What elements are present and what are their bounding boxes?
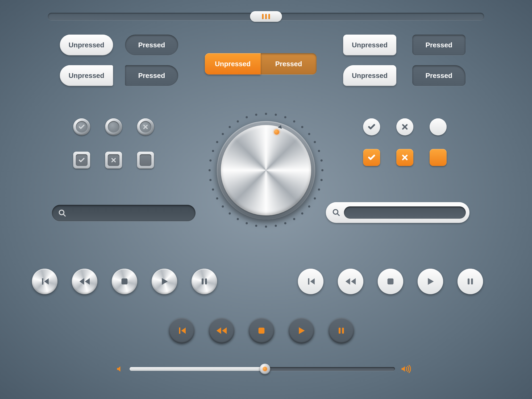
search-icon xyxy=(332,209,340,217)
halfpill-button-pressed[interactable]: Pressed xyxy=(125,65,178,86)
grip-bar-icon xyxy=(265,14,267,19)
check-icon xyxy=(78,123,85,130)
toggle-label: Unpressed xyxy=(215,60,251,68)
button-label: Pressed xyxy=(425,72,452,80)
rectcut-button-pressed[interactable]: Pressed xyxy=(412,65,466,86)
knob-face[interactable] xyxy=(221,125,311,215)
rewind-button[interactable] xyxy=(209,318,234,343)
top-slider-track[interactable] xyxy=(48,13,484,20)
pause-button[interactable] xyxy=(192,269,217,294)
pill-button-unpressed[interactable]: Unpressed xyxy=(60,35,113,55)
button-label: Unpressed xyxy=(69,41,104,49)
toggle-seg-unpressed[interactable]: Unpressed xyxy=(205,53,261,74)
cross-icon xyxy=(143,124,148,130)
svg-rect-12 xyxy=(342,328,344,334)
volume-thumb[interactable] xyxy=(260,364,270,374)
play-icon xyxy=(296,326,306,336)
button-label: Pressed xyxy=(138,72,165,80)
stop-icon xyxy=(257,326,266,335)
svg-line-1 xyxy=(63,214,65,216)
button-label: Pressed xyxy=(425,41,452,49)
button-label: Pressed xyxy=(138,41,165,49)
svg-rect-9 xyxy=(471,279,473,285)
skip-back-icon xyxy=(176,325,187,336)
pause-icon xyxy=(466,277,475,286)
rotary-knob[interactable] xyxy=(207,112,325,229)
flat-circle-check[interactable] xyxy=(363,118,380,135)
skip-back-button[interactable] xyxy=(32,269,57,294)
metal-square-cross[interactable] xyxy=(105,152,122,169)
stop-button[interactable] xyxy=(249,318,274,343)
stop-button[interactable] xyxy=(378,269,403,294)
button-label: Unpressed xyxy=(69,72,104,80)
metal-circle-check[interactable] xyxy=(73,118,90,135)
stop-icon xyxy=(386,277,395,286)
svg-rect-4 xyxy=(122,279,128,285)
svg-rect-5 xyxy=(202,279,203,285)
halfpill-button-unpressed[interactable]: Unpressed xyxy=(60,65,113,86)
flat-circle-cross[interactable] xyxy=(396,118,413,135)
volume-slider[interactable] xyxy=(116,364,411,373)
button-label: Unpressed xyxy=(352,41,388,49)
check-icon xyxy=(368,123,376,131)
stop-icon xyxy=(120,277,129,286)
rewind-icon xyxy=(345,276,356,287)
svg-line-3 xyxy=(337,214,339,216)
volume-fill xyxy=(130,367,265,371)
play-button[interactable] xyxy=(152,269,177,294)
rewind-icon xyxy=(79,276,90,287)
speaker-low-icon xyxy=(116,365,124,373)
search-input-inner[interactable] xyxy=(344,206,466,219)
search-field-light[interactable] xyxy=(326,202,469,223)
flat-square-check[interactable] xyxy=(363,149,380,166)
grip-bar-icon xyxy=(268,14,270,19)
svg-rect-8 xyxy=(468,279,469,285)
skip-back-button[interactable] xyxy=(298,269,323,294)
skip-back-icon xyxy=(305,276,316,287)
svg-rect-10 xyxy=(259,328,265,334)
metal-circle-cross[interactable] xyxy=(137,118,154,135)
pill-button-pressed[interactable]: Pressed xyxy=(125,35,178,55)
play-button[interactable] xyxy=(418,269,443,294)
skip-back-button[interactable] xyxy=(169,318,194,343)
check-icon xyxy=(368,153,376,161)
flat-square-blank[interactable] xyxy=(430,149,447,166)
svg-rect-7 xyxy=(388,279,394,285)
toggle-label: Pressed xyxy=(275,60,302,68)
flat-circle-blank[interactable] xyxy=(430,118,447,135)
svg-rect-6 xyxy=(205,279,207,285)
cross-icon xyxy=(401,123,408,130)
rect-button-pressed[interactable]: Pressed xyxy=(412,35,466,55)
svg-rect-11 xyxy=(339,328,340,334)
metal-square-blank[interactable] xyxy=(137,152,154,169)
button-label: Unpressed xyxy=(352,72,388,80)
speaker-high-icon xyxy=(401,364,411,373)
skip-back-icon xyxy=(39,276,50,287)
metal-circle-blank[interactable] xyxy=(105,118,122,135)
orange-toggle[interactable]: Unpressed Pressed xyxy=(205,53,317,74)
cross-icon xyxy=(111,157,117,163)
volume-track[interactable] xyxy=(130,367,395,371)
check-icon xyxy=(78,157,85,164)
play-icon xyxy=(159,276,169,286)
pause-button[interactable] xyxy=(458,269,483,294)
rectcut-button-unpressed[interactable]: Unpressed xyxy=(343,65,396,86)
knob-indicator-icon xyxy=(274,129,279,135)
metal-square-check[interactable] xyxy=(73,152,90,169)
stop-button[interactable] xyxy=(112,269,137,294)
pause-button[interactable] xyxy=(329,318,354,343)
search-field-dark[interactable] xyxy=(52,205,196,221)
play-button[interactable] xyxy=(289,318,314,343)
cross-icon xyxy=(401,154,408,161)
play-icon xyxy=(425,276,435,286)
pause-icon xyxy=(200,277,209,286)
rewind-button[interactable] xyxy=(72,269,97,294)
flat-square-cross[interactable] xyxy=(396,149,413,166)
grip-bar-icon xyxy=(262,14,264,19)
top-slider-handle[interactable] xyxy=(250,11,282,22)
rect-button-unpressed[interactable]: Unpressed xyxy=(343,35,396,55)
toggle-seg-pressed[interactable]: Pressed xyxy=(261,53,317,74)
rewind-button[interactable] xyxy=(338,269,363,294)
pause-icon xyxy=(337,326,346,335)
search-icon xyxy=(58,209,66,217)
